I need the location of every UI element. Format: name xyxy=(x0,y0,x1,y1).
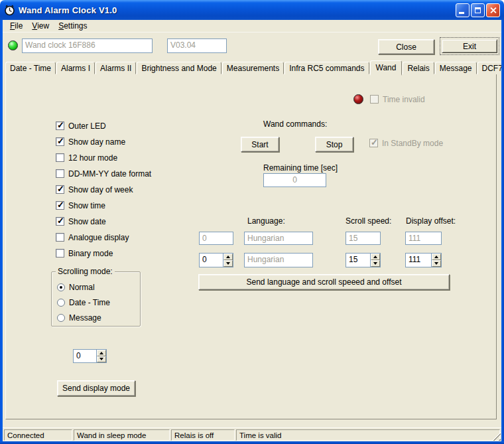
status-time-validity: Time is valid xyxy=(236,429,500,441)
tab-strip: Date - Time Alarms I Alarms II Brightnes… xyxy=(5,61,504,74)
tab-alarms-2[interactable]: Alarms II xyxy=(95,62,136,74)
time-invalid-checkbox xyxy=(370,95,379,104)
twelve-hour-mode-checkbox[interactable] xyxy=(56,153,64,162)
exit-button-focus-ring: Exit xyxy=(440,37,499,55)
device-name-field: Wand clock 16F886 xyxy=(22,38,153,53)
tab-message[interactable]: Message xyxy=(435,62,477,74)
show-day-of-week-label: Show day of week xyxy=(68,185,133,194)
spin-down-icon[interactable] xyxy=(97,356,106,363)
window-title: Wand Alarm Clock V1.0 xyxy=(19,5,117,15)
show-day-of-week-checkbox[interactable] xyxy=(56,185,64,194)
menu-bar: File View Settings xyxy=(3,20,501,33)
display-mode-value: 0 xyxy=(74,350,96,362)
connection-led-icon xyxy=(8,40,18,50)
scrolling-message-radio[interactable] xyxy=(57,314,65,322)
scrolling-message-label: Message xyxy=(69,313,101,323)
app-window: Wand Alarm Clock V1.0 File View Settings… xyxy=(0,0,504,444)
window-border-left xyxy=(0,19,3,444)
firmware-version-field: V03.04 xyxy=(167,38,227,53)
display-offset-label: Display offset: xyxy=(406,216,456,226)
alarm-clock-icon xyxy=(4,5,15,16)
send-display-mode-button[interactable]: Send display mode xyxy=(57,380,135,396)
maximize-button[interactable] xyxy=(471,3,485,17)
remaining-time-label: Remaining time [sec] xyxy=(263,163,338,173)
status-wand-mode: Wand in sleep mode xyxy=(74,429,170,441)
show-time-checkbox[interactable] xyxy=(56,201,64,210)
window-border-right xyxy=(501,19,504,444)
spin-up-icon[interactable] xyxy=(371,254,380,260)
current-scroll-speed-field: 15 xyxy=(346,232,381,245)
current-language-field: Hungarian xyxy=(244,232,313,245)
language-label: Language: xyxy=(247,216,285,226)
scrolling-mode-title: Scrolling mode: xyxy=(56,267,115,276)
language-name-field: Hungarian xyxy=(244,253,313,267)
binary-mode-checkbox[interactable] xyxy=(56,249,64,258)
spin-down-icon[interactable] xyxy=(223,260,233,267)
in-standby-mode-checkbox xyxy=(369,139,378,147)
spin-up-icon[interactable] xyxy=(432,254,441,260)
title-bar: Wand Alarm Clock V1.0 xyxy=(0,0,504,20)
in-standby-mode-label: In StandBy mode xyxy=(382,139,443,148)
spin-up-icon[interactable] xyxy=(97,350,106,356)
display-offset-value: 111 xyxy=(406,254,431,267)
close-button[interactable]: Close xyxy=(378,39,434,54)
outer-led-checkbox[interactable] xyxy=(56,121,64,130)
current-language-code-field: 0 xyxy=(199,232,233,245)
twelve-hour-mode-label: 12 hour mode xyxy=(68,153,117,163)
stop-button[interactable]: Stop xyxy=(315,137,353,152)
tab-brightness-and-mode[interactable]: Brightness and Mode xyxy=(137,62,221,74)
scroll-speed-label: Scroll speed: xyxy=(346,216,391,226)
outer-led-label: Outer LED xyxy=(68,121,106,131)
send-language-scroll-offset-button[interactable]: Send language and scroll speeed and offs… xyxy=(198,274,450,290)
tab-infra-rc5-commands[interactable]: Infra RC5 commands xyxy=(284,62,369,74)
remaining-time-field: 0 xyxy=(263,173,326,187)
menu-settings[interactable]: Settings xyxy=(54,21,92,31)
close-window-button[interactable] xyxy=(486,3,500,17)
minimize-button[interactable] xyxy=(456,3,470,17)
scrolling-normal-label: Normal xyxy=(69,283,95,292)
spin-down-icon[interactable] xyxy=(371,260,380,267)
scroll-speed-value: 15 xyxy=(346,254,370,267)
exit-button[interactable]: Exit xyxy=(442,39,497,53)
menu-view[interactable]: View xyxy=(27,21,54,31)
scrolling-normal-radio[interactable] xyxy=(57,283,65,291)
show-time-label: Show time xyxy=(68,201,105,210)
minimize-icon xyxy=(459,12,464,14)
tab-alarms-1[interactable]: Alarms I xyxy=(56,62,95,74)
start-button[interactable]: Start xyxy=(241,137,279,152)
scrolling-date-time-label: Date - Time xyxy=(69,298,110,307)
analogue-display-checkbox[interactable] xyxy=(56,233,64,242)
close-icon xyxy=(489,7,497,14)
tab-date-time[interactable]: Date - Time xyxy=(5,62,56,74)
tab-relais[interactable]: Relais xyxy=(403,62,434,74)
display-mode-stepper[interactable]: 0 xyxy=(73,349,107,363)
time-invalid-label: Time invalid xyxy=(383,95,425,104)
spin-up-icon[interactable] xyxy=(223,254,233,260)
tab-dcf77[interactable]: DCF77 xyxy=(477,62,504,74)
maximize-icon xyxy=(475,7,481,13)
tab-measurements[interactable]: Measurements xyxy=(222,62,284,74)
time-invalid-led-icon xyxy=(353,94,363,104)
status-connection: Connected xyxy=(4,429,72,441)
scrolling-date-time-radio[interactable] xyxy=(57,299,65,307)
window-border-bottom xyxy=(0,441,504,444)
status-bar: Connected Wand in sleep mode Relais is o… xyxy=(3,427,501,441)
show-date-label: Show date xyxy=(68,217,106,226)
status-relais: Relais is off xyxy=(171,429,235,441)
show-date-checkbox[interactable] xyxy=(56,217,64,226)
analogue-display-label: Analogue display xyxy=(68,233,129,242)
current-display-offset-field: 111 xyxy=(405,232,442,245)
display-offset-stepper[interactable]: 111 xyxy=(405,253,442,267)
menu-file[interactable]: File xyxy=(5,21,27,31)
scroll-speed-stepper[interactable]: 15 xyxy=(346,253,381,267)
tab-wand[interactable]: Wand xyxy=(370,60,403,76)
ddmmyy-format-checkbox[interactable] xyxy=(56,169,64,178)
show-day-name-label: Show day name xyxy=(68,137,125,147)
wand-commands-label: Wand commands: xyxy=(263,119,327,129)
language-code-value: 0 xyxy=(200,254,223,267)
binary-mode-label: Binary mode xyxy=(68,249,113,258)
language-code-stepper[interactable]: 0 xyxy=(199,253,233,267)
show-day-name-checkbox[interactable] xyxy=(56,137,64,146)
ddmmyy-format-label: DD-MM-YY date format xyxy=(68,169,151,179)
spin-down-icon[interactable] xyxy=(432,260,441,267)
